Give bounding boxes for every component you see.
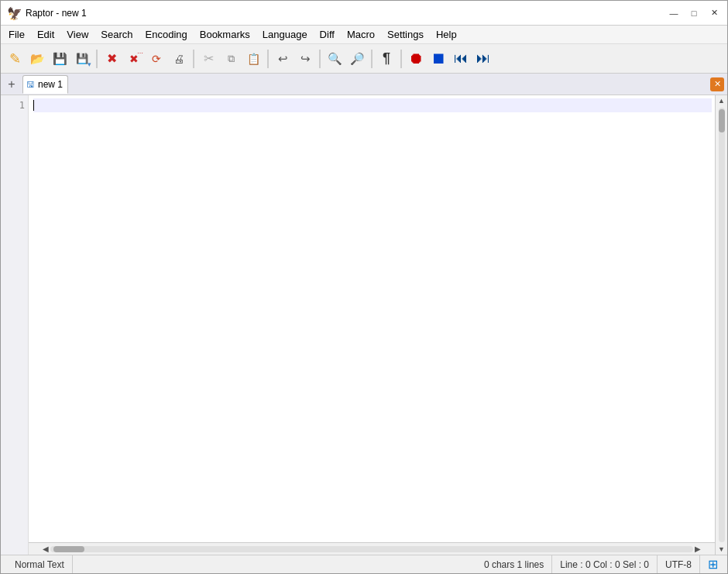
tab-new1[interactable]: 🖫 new 1 — [22, 75, 68, 94]
toolbar-sep-4 — [319, 50, 321, 68]
close-all-button[interactable]: ✖⋯ — [123, 48, 145, 70]
vertical-scrollbar: ▲ ▼ — [715, 95, 727, 555]
find-button[interactable]: 🔍 — [324, 48, 345, 70]
v-scroll-track[interactable] — [719, 108, 725, 542]
horizontal-scrollbar: ◀ ▶ — [29, 542, 715, 555]
tab-label: new 1 — [38, 79, 63, 90]
close-button[interactable]: ✕ — [707, 6, 721, 20]
undo-button[interactable]: ↩ — [272, 48, 294, 70]
save-button[interactable]: 💾 — [49, 48, 70, 70]
status-chars-lines-text: 0 chars 1 lines — [484, 559, 544, 570]
tab-bar-end: ✕ — [68, 77, 727, 91]
windows-icon: ⊞ — [708, 557, 718, 572]
cursor-line — [33, 98, 712, 112]
minimize-button[interactable]: — — [667, 6, 681, 20]
tab-file-icon: 🖫 — [26, 80, 35, 89]
paste-button[interactable]: 📋 — [242, 48, 264, 70]
status-bar: Normal Text 0 chars 1 lines Line : 0 Col… — [1, 555, 727, 573]
menu-view[interactable]: View — [60, 26, 94, 43]
status-os-icon: ⊞ — [700, 555, 721, 573]
line-number-1: 1 — [1, 98, 25, 112]
app-icon: 🦅 — [7, 6, 21, 20]
status-chars-lines: 0 chars 1 lines — [476, 555, 552, 573]
redo-button[interactable]: ↪ — [294, 48, 316, 70]
status-position: Line : 0 Col : 0 Sel : 0 — [552, 555, 658, 573]
inner-editor: ◀ ▶ — [29, 95, 715, 555]
add-tab-button[interactable]: + — [2, 75, 21, 94]
menu-bar: File Edit View Search Encoding Bookmarks… — [1, 26, 727, 44]
menu-settings[interactable]: Settings — [381, 26, 430, 43]
status-position-text: Line : 0 Col : 0 Sel : 0 — [560, 559, 649, 570]
v-scroll-up-arrow[interactable]: ▲ — [716, 95, 726, 106]
menu-macro[interactable]: Macro — [341, 26, 381, 43]
editor-area[interactable] — [29, 95, 715, 542]
menu-help[interactable]: Help — [430, 26, 463, 43]
status-encoding-text: UTF-8 — [665, 559, 692, 570]
new-button[interactable]: ✎ — [4, 48, 26, 70]
toolbar-sep-6 — [400, 50, 402, 68]
cursor — [33, 100, 34, 111]
toolbar: ✎ 📂 💾 💾▾ ✖ ✖⋯ ⟳ 🖨 ✂ ⧉ 📋 ↩ ↪ 🔍 🔎 ¶ ⏺ ⏹ ⏮ … — [1, 44, 727, 74]
v-scroll-thumb[interactable] — [719, 109, 725, 132]
stop-macro-button[interactable]: ⏹ — [428, 48, 449, 70]
toolbar-sep-5 — [371, 50, 373, 68]
menu-language[interactable]: Language — [256, 26, 314, 43]
open-button[interactable]: 📂 — [26, 48, 48, 70]
status-mode: Normal Text — [7, 555, 73, 573]
save-all-button[interactable]: 💾▾ — [71, 48, 93, 70]
toolbar-sep-3 — [267, 50, 269, 68]
v-scroll-down-arrow[interactable]: ▼ — [716, 544, 726, 555]
title-bar: 🦅 Raptor - new 1 — □ ✕ — [1, 1, 727, 26]
print-button[interactable]: 🖨 — [168, 48, 190, 70]
toolbar-sep-2 — [193, 50, 194, 68]
menu-edit[interactable]: Edit — [31, 26, 60, 43]
play-next-macro-button[interactable]: ⏭ — [472, 48, 494, 70]
h-scroll-thumb[interactable] — [53, 546, 84, 552]
window-title: Raptor - new 1 — [26, 8, 667, 19]
show-whitespace-button[interactable]: ¶ — [376, 48, 397, 70]
editor-container: 1 ◀ ▶ ▲ ▼ — [1, 95, 727, 555]
menu-diff[interactable]: Diff — [314, 26, 341, 43]
menu-file[interactable]: File — [2, 26, 31, 43]
menu-search[interactable]: Search — [94, 26, 139, 43]
copy-button[interactable]: ⧉ — [220, 48, 242, 70]
line-numbers: 1 — [1, 95, 29, 555]
menu-bookmarks[interactable]: Bookmarks — [194, 26, 256, 43]
tab-bar: + 🖫 new 1 ✕ — [1, 74, 727, 95]
replace-button[interactable]: 🔎 — [346, 48, 368, 70]
h-scroll-right-arrow[interactable]: ▶ — [693, 545, 702, 553]
status-encoding: UTF-8 — [658, 555, 700, 573]
record-macro-button[interactable]: ⏺ — [405, 48, 427, 70]
cut-button[interactable]: ✂ — [197, 48, 219, 70]
h-scroll-track[interactable] — [50, 546, 693, 552]
h-scroll-left-arrow[interactable]: ◀ — [41, 545, 50, 553]
play-prev-macro-button[interactable]: ⏮ — [450, 48, 472, 70]
toolbar-sep-1 — [96, 50, 98, 68]
maximize-button[interactable]: □ — [687, 6, 701, 20]
menu-encoding[interactable]: Encoding — [139, 26, 194, 43]
close-doc-button[interactable]: ✖ — [101, 48, 122, 70]
reload-button[interactable]: ⟳ — [146, 48, 167, 70]
window-controls: — □ ✕ — [667, 6, 721, 20]
status-mode-text: Normal Text — [15, 559, 64, 570]
close-tab-button[interactable]: ✕ — [710, 77, 724, 91]
